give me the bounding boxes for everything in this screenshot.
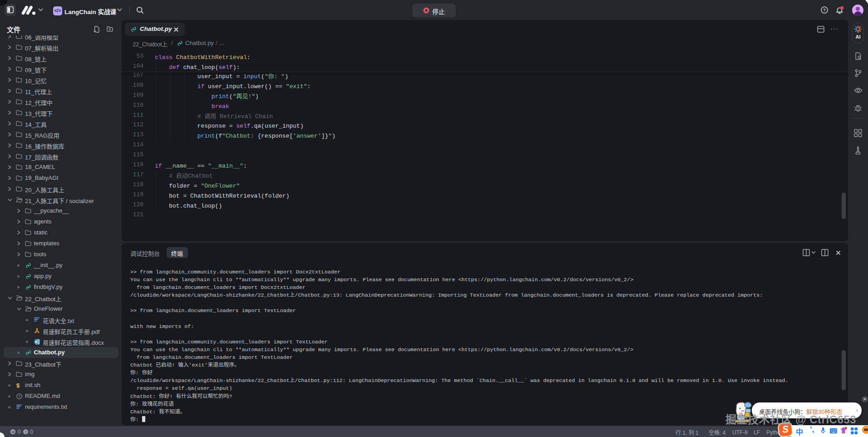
svg-text:W: W <box>35 340 38 343</box>
svg-text:?: ? <box>823 7 826 12</box>
svg-text:?: ? <box>18 394 20 398</box>
